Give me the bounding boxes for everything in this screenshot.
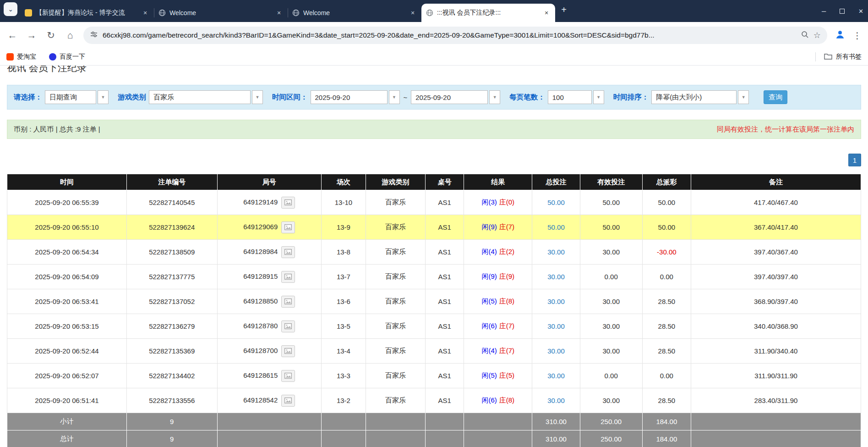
- result-banker: 庄(7): [499, 347, 514, 354]
- round-image-button[interactable]: [281, 345, 295, 357]
- chevron-down-icon[interactable]: ▼: [593, 90, 604, 104]
- page-size-label: 每页笔数：: [509, 93, 545, 102]
- cell-round: 649128915: [217, 265, 321, 289]
- close-icon[interactable]: ✕: [409, 9, 417, 17]
- cell-game: 百家乐: [366, 364, 425, 388]
- browser-tab-forum[interactable]: 【新提醒】海燕论坛 - 博学交流 ✕: [20, 4, 154, 22]
- chevron-down-icon[interactable]: ▼: [98, 90, 109, 104]
- home-button[interactable]: ⌂: [64, 30, 76, 41]
- back-button[interactable]: ←: [6, 30, 18, 41]
- cell-total-bet[interactable]: 30.00: [532, 388, 580, 413]
- close-icon[interactable]: ✕: [275, 9, 283, 17]
- date-end-select[interactable]: 2025-09-20 ▼: [411, 90, 500, 104]
- result-player: 闲(5): [481, 297, 497, 305]
- round-image-button[interactable]: [281, 197, 295, 209]
- cell-session: 13-7: [321, 265, 366, 289]
- round-image-button[interactable]: [281, 395, 295, 407]
- site-settings-icon[interactable]: [90, 30, 98, 40]
- total-count: 9: [126, 430, 217, 447]
- cell-total-bet[interactable]: 30.00: [532, 339, 580, 364]
- zoom-icon[interactable]: [801, 30, 809, 40]
- new-tab-button[interactable]: +: [557, 3, 571, 17]
- page-size-value[interactable]: 100: [548, 90, 592, 104]
- game-type-select[interactable]: 百家乐 ▼: [149, 90, 263, 104]
- chevron-down-icon[interactable]: ▼: [389, 90, 400, 104]
- table-row[interactable]: 2025-09-20 06:54:34 522827138509 6491289…: [7, 240, 861, 265]
- browser-tab-welcome-1[interactable]: Welcome ✕: [154, 4, 288, 22]
- search-button[interactable]: 查询: [764, 90, 787, 104]
- sort-value[interactable]: 降幂(由大到小): [651, 90, 737, 104]
- browser-tab-bet-records-active[interactable]: :::视讯 会员下注纪录::: ✕: [421, 4, 555, 22]
- total-label: 总计: [7, 430, 127, 447]
- cell-total-bet[interactable]: 30.00: [532, 265, 580, 289]
- chevron-down-icon[interactable]: ▼: [489, 90, 500, 104]
- table-row[interactable]: 2025-09-20 06:53:41 522827137052 6491288…: [7, 289, 861, 314]
- tab-search-button[interactable]: ⌄: [4, 2, 17, 16]
- cell-bet-id: 522827135369: [126, 339, 217, 364]
- empty-cell: [426, 413, 464, 430]
- cell-payout: -30.00: [642, 240, 691, 265]
- minimize-button[interactable]: ─: [822, 8, 826, 15]
- subtotal-count: 9: [126, 413, 217, 430]
- table-row[interactable]: 2025-09-20 06:54:09 522827137775 6491289…: [7, 265, 861, 289]
- round-image-button[interactable]: [281, 320, 295, 332]
- page-number-button[interactable]: 1: [848, 154, 861, 166]
- url-text[interactable]: 66cxkj98.com/game/betrecord_search/kind3…: [103, 31, 796, 39]
- cell-total-bet[interactable]: 30.00: [532, 364, 580, 388]
- table-row[interactable]: 2025-09-20 06:53:15 522827136279 6491287…: [7, 314, 861, 339]
- chevron-down-icon: ⌄: [8, 6, 13, 13]
- table-row[interactable]: 2025-09-20 06:55:39 522827140545 6491291…: [7, 190, 861, 215]
- browser-tab-welcome-2[interactable]: Welcome ✕: [288, 4, 421, 22]
- table-row[interactable]: 2025-09-20 06:51:41 522827133556 6491285…: [7, 388, 861, 413]
- cell-result: 闲(4)庄(7): [464, 339, 532, 364]
- col-payout: 总派彩: [642, 174, 691, 190]
- result-banker: 庄(8): [499, 396, 514, 404]
- chevron-down-icon[interactable]: ▼: [738, 90, 749, 104]
- cell-game: 百家乐: [366, 339, 425, 364]
- page-size-select[interactable]: 100 ▼: [548, 90, 604, 104]
- sort-select[interactable]: 降幂(由大到小) ▼: [651, 90, 749, 104]
- round-image-button[interactable]: [281, 370, 295, 382]
- round-image-button[interactable]: [281, 296, 295, 308]
- window-close-button[interactable]: ✕: [858, 8, 863, 15]
- cell-total-bet[interactable]: 30.00: [532, 240, 580, 265]
- maximize-button[interactable]: [840, 9, 845, 14]
- empty-cell: [426, 430, 464, 447]
- cell-result: 闲(4)庄(2): [464, 240, 532, 265]
- table-row[interactable]: 2025-09-20 06:52:07 522827134402 6491286…: [7, 364, 861, 388]
- table-row[interactable]: 2025-09-20 06:52:44 522827135369 6491287…: [7, 339, 861, 364]
- cell-payout: 28.50: [642, 314, 691, 339]
- cell-total-bet[interactable]: 50.00: [532, 215, 580, 240]
- cell-table: AS1: [426, 190, 464, 215]
- cell-bet-id: 522827134402: [126, 364, 217, 388]
- round-image-button[interactable]: [281, 246, 295, 258]
- bookmark-taobao[interactable]: 爱淘宝: [6, 53, 36, 61]
- date-mode-select[interactable]: 日期查询 ▼: [45, 90, 109, 104]
- close-icon[interactable]: ✕: [141, 9, 149, 17]
- bookmark-baidu[interactable]: 百度一下: [49, 53, 85, 61]
- cell-total-bet[interactable]: 30.00: [532, 314, 580, 339]
- table-row[interactable]: 2025-09-20 06:55:10 522827139624 6491290…: [7, 215, 861, 240]
- date-mode-value[interactable]: 日期查询: [45, 90, 96, 104]
- browser-menu-icon[interactable]: ⋮: [853, 30, 862, 41]
- date-end-value[interactable]: 2025-09-20: [411, 90, 488, 104]
- cell-valid-bet: 30.00: [580, 339, 642, 364]
- date-start-value[interactable]: 2025-09-20: [311, 90, 388, 104]
- game-type-value[interactable]: 百家乐: [149, 90, 251, 104]
- round-image-button[interactable]: [281, 271, 295, 283]
- cell-round: 649128615: [217, 364, 321, 388]
- url-bar[interactable]: 66cxkj98.com/game/betrecord_search/kind3…: [83, 27, 827, 44]
- cell-total-bet[interactable]: 50.00: [532, 190, 580, 215]
- cell-time: 2025-09-20 06:54:09: [7, 265, 127, 289]
- cell-total-bet[interactable]: 30.00: [532, 289, 580, 314]
- forward-button[interactable]: →: [26, 30, 38, 41]
- chevron-down-icon[interactable]: ▼: [252, 90, 263, 104]
- round-image-button[interactable]: [281, 221, 295, 233]
- page-content: 视讯 会员下注纪录 请选择： 日期查询 ▼ 游戏类别 百家乐 ▼ 时间区间： 2…: [0, 66, 868, 447]
- date-start-select[interactable]: 2025-09-20 ▼: [311, 90, 400, 104]
- all-bookmarks-button[interactable]: 所有书签: [815, 52, 862, 61]
- reload-button[interactable]: ↻: [45, 30, 57, 41]
- close-icon[interactable]: ✕: [542, 9, 551, 17]
- bookmark-star-icon[interactable]: ☆: [813, 30, 821, 40]
- profile-avatar-icon[interactable]: [835, 29, 846, 42]
